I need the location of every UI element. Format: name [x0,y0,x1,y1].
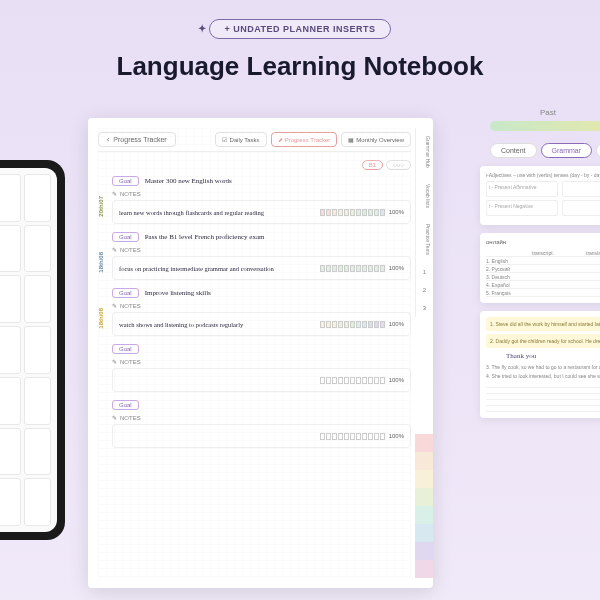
progress-bar [320,265,385,272]
filter-pill[interactable]: Grammar [541,143,593,158]
back-label: Progress Tracker [113,136,166,143]
goal-text[interactable]: Improve listening skills [145,289,211,297]
goal-block: 18th/08 Goal Improve listening skills ✎ … [98,288,411,336]
progress-bar [320,433,385,440]
notes-text[interactable]: learn new words through flashcards and r… [119,209,316,216]
vocab-card: онлайнtranscripttranslation1. English2. … [480,233,600,303]
grammar-card: i-Adjectives – use with (verbs) tenses (… [480,166,600,225]
goal-label: Goal [112,176,139,186]
notes-label: ✎ NOTES [112,302,411,309]
color-tab[interactable] [415,470,433,488]
grammar-cell[interactable]: i - Present Negative [486,200,558,216]
pencil-icon: ✎ [112,358,117,365]
pencil-icon: ✎ [112,414,117,421]
nav-tab[interactable]: ▦Monthly Overview [341,132,411,147]
side-num-tab[interactable]: 2 [415,281,433,299]
exercise-line: 4. She tried to look interested, but I c… [486,373,600,379]
vocab-row[interactable]: 4. Español [486,281,600,289]
pencil-icon: ✎ [112,246,117,253]
vocab-row[interactable]: 3. Deutsch [486,273,600,281]
exercise-line: 3. The fly cook, so we had to go to a re… [486,364,600,370]
goal-date: 18th/08 [98,308,104,329]
progress-pct: 100% [389,265,404,271]
goal-block: Goal ✎ NOTES 100% [98,400,411,448]
pencil-icon: ✎ [112,302,117,309]
chevron-left-icon: ‹ [107,136,109,143]
notes-label: ✎ NOTES [112,358,411,365]
filter-pill[interactable]: Content [490,143,537,158]
notes-label: ✎ NOTES [112,414,411,421]
color-tab[interactable] [415,506,433,524]
goal-label: Goal [112,288,139,298]
progress-bar [320,321,385,328]
level-pill[interactable]: B1 [362,160,383,170]
exercise-card: 1. Steve did all the work by himself and… [480,311,600,418]
goal-date: 20th/07 [98,196,104,217]
nav-tab[interactable]: ☑Daily Tasks [215,132,266,147]
goal-block: 20th/07 Goal Master 300 new English word… [98,176,411,224]
badge: + UNDATED PLANNER INSERTS [209,19,390,39]
tab-icon: ⬈ [278,136,283,143]
back-button[interactable]: ‹ Progress Tracker [98,132,176,147]
vocab-row[interactable]: 2. Русский [486,265,600,273]
card-header: i-Adjectives – use with (verbs) tenses (… [486,172,600,178]
past-progress-bar [490,121,600,131]
goal-label: Goal [112,344,139,354]
goal-text[interactable]: Pass the B1 level French proficiency exa… [145,233,265,241]
goal-date: 18th/08 [98,252,104,273]
handwritten-answer[interactable]: Thank you [506,352,600,360]
pencil-icon: ✎ [112,190,117,197]
tab-icon: ▦ [348,136,354,143]
tablet-preview: Daily TasksPr [0,160,65,540]
color-tab[interactable] [415,434,433,452]
goal-text[interactable]: Master 300 new English words [145,177,232,185]
tab-label: Progress Tracker [285,137,331,143]
progress-pct: 100% [389,377,404,383]
side-tab[interactable]: Practice Tests [415,216,433,263]
filter-pill[interactable]: Vocal [596,143,600,158]
color-tab[interactable] [415,452,433,470]
goal-label: Goal [112,400,139,410]
tab-label: Monthly Overview [356,137,404,143]
highlight-line: 1. Steve did all the work by himself and… [486,317,600,331]
color-tab[interactable] [415,542,433,560]
grammar-cell[interactable]: i - Present Affirmative [486,181,558,197]
tab-label: Daily Tasks [229,137,259,143]
notes-label: ✎ NOTES [112,246,411,253]
highlight-line: 2. Daddy got the children ready for scho… [486,334,600,348]
progress-pct: 100% [389,433,404,439]
goal-label: Goal [112,232,139,242]
goal-block: 18th/08 Goal Pass the B1 level French pr… [98,232,411,280]
preview-cards: Past ContentGrammarVocal i-Adjectives – … [460,108,600,426]
progress-pct: 100% [389,321,404,327]
goal-block: Goal ✎ NOTES 100% [98,344,411,392]
progress-bar [320,209,385,216]
notebook-page: ‹ Progress Tracker ☑Daily Tasks⬈Progress… [88,118,433,588]
page-title: Language Learning Notebook [0,51,600,82]
vocab-row[interactable]: 1. English [486,257,600,265]
past-label: Past [540,108,600,117]
progress-bar [320,377,385,384]
notes-text[interactable]: focus on practicing intermediate grammar… [119,265,316,272]
progress-pct: 100% [389,209,404,215]
color-tab[interactable] [415,488,433,506]
side-num-tab[interactable]: 1 [415,263,433,281]
color-tab[interactable] [415,560,433,578]
side-tab[interactable]: Grammar Hub [415,128,433,176]
tab-icon: ☑ [222,136,227,143]
vocab-row[interactable]: 5. Français [486,289,600,297]
vocab-word: онлайн [486,239,600,245]
color-tab[interactable] [415,524,433,542]
side-tab[interactable]: Vocab lists [415,176,433,216]
level-pill[interactable]: ○○○ [386,160,411,170]
grammar-cell[interactable] [562,181,600,197]
notes-text[interactable]: watch shows and listening to podcasts re… [119,321,316,328]
nav-tab[interactable]: ⬈Progress Tracker [271,132,338,147]
notes-label: ✎ NOTES [112,190,411,197]
side-num-tab[interactable]: 3 [415,299,433,317]
grammar-cell[interactable] [562,200,600,216]
